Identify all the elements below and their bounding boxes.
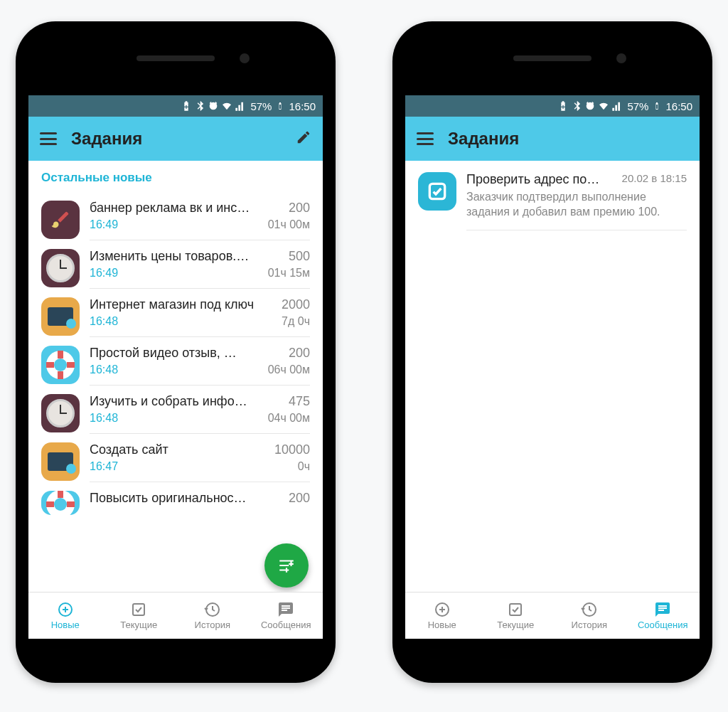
statusbar-time: 16:50	[665, 100, 692, 112]
battery-icon	[653, 100, 661, 112]
task-duration: 06ч 00м	[268, 363, 310, 376]
task-title: Изменить цены товаров.…	[90, 249, 282, 264]
task-title: Простой видео отзыв, …	[90, 346, 282, 361]
page-title: Задания	[448, 129, 688, 149]
phone-frame-left: 57% 16:50 Задания Остальные новые	[16, 21, 336, 683]
lifebuoy-icon	[41, 491, 80, 515]
nav-new[interactable]: Новые	[405, 593, 479, 639]
nav-current[interactable]: Текущие	[102, 593, 176, 639]
checkbox-icon	[418, 172, 456, 211]
task-time: 16:49	[90, 218, 118, 231]
appbar: Задания	[28, 117, 323, 161]
task-title: Изучить и собрать инфо…	[90, 394, 282, 409]
task-time: 16:47	[90, 460, 118, 473]
message-text: Заказчик подтвердил выполнение задания и…	[466, 190, 687, 220]
task-price: 10000	[274, 442, 310, 457]
nav-current[interactable]: Текущие	[479, 593, 553, 639]
edit-icon[interactable]	[296, 129, 311, 149]
task-price: 475	[289, 394, 310, 409]
bluetooth-icon	[194, 100, 205, 112]
task-price: 2000	[282, 297, 310, 312]
task-row[interactable]: баннер реклама вк и инс… 200 16:49 01ч 0…	[28, 192, 323, 240]
nav-new[interactable]: Новые	[28, 593, 102, 639]
task-title: Создать сайт	[90, 442, 267, 457]
front-camera	[240, 53, 250, 63]
screen-left: 57% 16:50 Задания Остальные новые	[28, 95, 323, 639]
battery-pct: 57%	[627, 100, 648, 112]
task-list[interactable]: Остальные новые баннер реклама вк и инс……	[28, 161, 323, 592]
section-header: Остальные новые	[28, 161, 323, 192]
task-row[interactable]: Изучить и собрать инфо… 475 16:48 04ч 00…	[28, 386, 323, 434]
message-list[interactable]: Проверить адрес по… 20.02 в 18:15 Заказч…	[405, 161, 700, 592]
nav-label: Текущие	[120, 620, 157, 630]
signal-icon	[235, 100, 246, 112]
clock-icon	[41, 394, 80, 432]
task-title: Интернет магазин под ключ	[90, 297, 274, 312]
task-price: 200	[289, 201, 310, 216]
nav-label: Сообщения	[261, 620, 311, 630]
page-title: Задания	[71, 129, 282, 149]
bluetooth-icon	[571, 100, 582, 112]
task-row[interactable]: Простой видео отзыв, … 200 16:48 06ч 00м	[28, 337, 323, 386]
task-row[interactable]: Изменить цены товаров.… 500 16:49 01ч 15…	[28, 240, 323, 289]
message-row[interactable]: Проверить адрес по… 20.02 в 18:15 Заказч…	[405, 161, 700, 230]
task-row[interactable]: Интернет магазин под ключ 2000 16:48 7д …	[28, 289, 323, 337]
bottom-nav: Новые Текущие История Сообщения	[405, 592, 700, 639]
nav-label: Новые	[51, 620, 80, 630]
task-duration: 04ч 00м	[268, 412, 310, 425]
task-time: 16:48	[90, 315, 118, 328]
speaker-slot	[136, 55, 215, 61]
svg-rect-1	[133, 604, 144, 615]
nav-history[interactable]: История	[552, 593, 626, 639]
brush-icon	[41, 201, 80, 239]
nav-label: История	[195, 620, 230, 630]
statusbar: 57% 16:50	[405, 95, 700, 117]
task-time: 16:49	[90, 267, 118, 280]
task-title: баннер реклама вк и инс…	[90, 201, 282, 216]
task-price: 200	[289, 491, 310, 506]
bottom-nav: Новые Текущие История Сообщения	[28, 592, 323, 639]
message-date: 20.02 в 18:15	[622, 172, 687, 187]
nav-messages[interactable]: Сообщения	[250, 593, 323, 639]
menu-icon[interactable]	[417, 132, 434, 145]
task-price: 200	[289, 346, 310, 361]
task-duration: 01ч 15м	[268, 267, 310, 280]
nav-messages[interactable]: Сообщения	[626, 593, 700, 639]
nav-history[interactable]: История	[176, 593, 250, 639]
battery-saver-icon	[557, 100, 569, 112]
nav-label: Текущие	[497, 620, 534, 630]
speaker-slot	[513, 55, 592, 61]
filter-fab[interactable]	[264, 543, 309, 588]
phone-frame-right: 57% 16:50 Задания Проверить адрес по… 20	[392, 21, 712, 683]
monitor-icon	[41, 442, 80, 481]
clock-icon	[41, 249, 80, 287]
statusbar: 57% 16:50	[28, 95, 323, 117]
task-row[interactable]: Создать сайт 10000 16:47 0ч	[28, 434, 323, 482]
alarm-icon	[584, 100, 596, 112]
nav-label: История	[572, 620, 607, 630]
lifebuoy-icon	[41, 346, 80, 384]
wifi-icon	[221, 100, 232, 112]
signal-icon	[611, 100, 623, 112]
message-title: Проверить адрес по…	[466, 172, 615, 187]
nav-label: Новые	[428, 620, 456, 630]
task-row[interactable]: Повысить оригинальнос… 200	[28, 482, 323, 515]
appbar: Задания	[405, 117, 700, 161]
task-title: Повысить оригинальнос…	[90, 491, 282, 506]
task-time: 16:48	[90, 363, 118, 376]
battery-pct: 57%	[250, 100, 272, 112]
menu-icon[interactable]	[40, 132, 57, 145]
screen-right: 57% 16:50 Задания Проверить адрес по… 20	[405, 95, 700, 639]
statusbar-icons	[181, 100, 246, 112]
nav-label: Сообщения	[638, 620, 688, 630]
battery-icon	[276, 100, 284, 112]
statusbar-time: 16:50	[289, 100, 316, 112]
task-duration: 01ч 00м	[268, 218, 310, 231]
monitor-icon	[41, 297, 80, 336]
task-time: 16:48	[90, 412, 118, 425]
statusbar-icons	[557, 100, 623, 112]
task-price: 500	[289, 249, 310, 264]
front-camera	[616, 53, 626, 63]
svg-rect-4	[510, 604, 521, 615]
battery-saver-icon	[181, 100, 192, 112]
